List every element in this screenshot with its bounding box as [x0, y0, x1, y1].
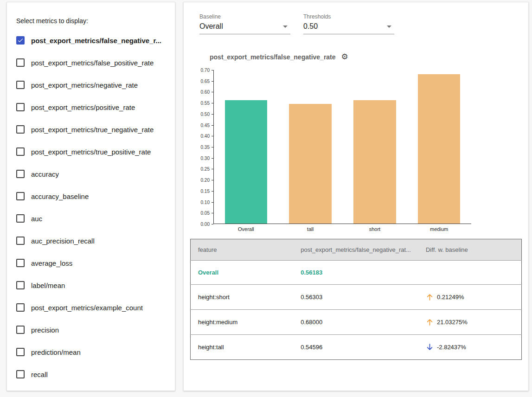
- metric-checkbox-item[interactable]: post_export_metrics/true_positive_rate: [16, 141, 166, 163]
- metric-checkbox-item[interactable]: post_export_metrics/example_count: [16, 296, 166, 319]
- table-header-feature: feature: [191, 239, 294, 261]
- metrics-list: post_export_metrics/false_negative_r...p…: [16, 29, 166, 385]
- baseline-value: Overall: [199, 22, 223, 31]
- metric-checkbox-item[interactable]: recall: [16, 363, 166, 385]
- chart-header: post_export_metrics/false_negative_rate …: [210, 53, 522, 61]
- checkbox-unchecked-icon[interactable]: [16, 303, 25, 312]
- x-axis-label: medium: [407, 226, 471, 232]
- value-cell: 0.68000: [293, 310, 418, 335]
- metric-label: prediction/mean: [31, 348, 81, 356]
- diff-cell: 21.03275%: [418, 310, 522, 335]
- bar-medium[interactable]: [418, 74, 461, 224]
- feature-cell: height:tall: [191, 335, 294, 360]
- metric-checkbox-item[interactable]: accuracy: [16, 163, 166, 185]
- y-tick-label: 0.10: [201, 200, 210, 205]
- checkbox-unchecked-icon[interactable]: [16, 281, 25, 289]
- bar-tall[interactable]: [289, 104, 332, 224]
- checkbox-unchecked-icon[interactable]: [16, 170, 25, 178]
- checkbox-unchecked-icon[interactable]: [16, 58, 25, 67]
- y-tick-label: 0.20: [201, 178, 210, 183]
- controls-row: Baseline Overall Thresholds 0.50: [199, 13, 522, 34]
- feature-cell: Overall: [191, 261, 294, 285]
- table-row[interactable]: height:tall0.54596-2.82437%: [191, 335, 522, 360]
- metric-label: recall: [31, 371, 48, 378]
- bar-overall[interactable]: [225, 100, 268, 224]
- x-axis-label: Overall: [214, 226, 278, 232]
- metric-checkbox-item[interactable]: post_export_metrics/true_negative_rate: [16, 118, 166, 141]
- metric-checkbox-item[interactable]: prediction/mean: [16, 341, 166, 363]
- metric-label: accuracy_baseline: [31, 192, 89, 200]
- y-tick-label: 0.70: [201, 68, 210, 73]
- metric-label: auc_precision_recall: [31, 237, 95, 245]
- checkbox-unchecked-icon[interactable]: [16, 348, 25, 356]
- y-tick-label: 0.65: [201, 79, 210, 84]
- metric-checkbox-item[interactable]: post_export_metrics/positive_rate: [16, 96, 166, 118]
- y-tick-label: 0.35: [201, 145, 210, 150]
- table-row[interactable]: height:medium0.6800021.03275%: [191, 310, 522, 335]
- metric-checkbox-item[interactable]: auc: [16, 207, 166, 230]
- metric-checkbox-item[interactable]: post_export_metrics/negative_rate: [16, 74, 166, 96]
- y-tick-label: 0.40: [201, 134, 210, 139]
- bar-chart: 0.000.050.100.150.200.250.300.350.400.45…: [197, 70, 522, 224]
- checkbox-unchecked-icon[interactable]: [16, 370, 25, 378]
- checkbox-unchecked-icon[interactable]: [16, 147, 25, 156]
- checkbox-unchecked-icon[interactable]: [16, 214, 25, 223]
- thresholds-value: 0.50: [303, 22, 318, 31]
- baseline-label: Baseline: [199, 13, 290, 20]
- checkbox-unchecked-icon[interactable]: [16, 103, 25, 111]
- table-row[interactable]: height:short0.563030.21249%: [191, 285, 522, 310]
- plot-area: Overalltallshortmedium: [213, 70, 471, 224]
- y-tick-label: 0.45: [201, 123, 210, 128]
- thresholds-dropdown[interactable]: Thresholds 0.50: [303, 13, 394, 34]
- table-header-metric: post_export_metrics/false_negative_rat..…: [293, 239, 418, 261]
- y-tick-label: 0.60: [201, 90, 210, 95]
- chevron-down-icon: [387, 26, 391, 28]
- y-tick-label: 0.00: [201, 222, 210, 227]
- results-panel: Baseline Overall Thresholds 0.50 post_ex…: [183, 2, 529, 391]
- bar-short[interactable]: [353, 100, 396, 224]
- diff-cell: -2.82437%: [418, 335, 522, 360]
- metric-checkbox-item[interactable]: post_export_metrics/false_positive_rate: [16, 51, 166, 74]
- diff-cell: [418, 261, 522, 285]
- metric-checkbox-item[interactable]: average_loss: [16, 252, 166, 274]
- table-header-diff: Diff. w. baseline: [418, 239, 522, 261]
- checkbox-unchecked-icon[interactable]: [16, 125, 25, 134]
- y-tick-label: 0.50: [201, 112, 210, 117]
- checkbox-unchecked-icon[interactable]: [16, 326, 25, 334]
- metric-checkbox-item[interactable]: accuracy_baseline: [16, 185, 166, 207]
- bar-group: tall: [278, 70, 343, 224]
- x-axis-label: short: [343, 226, 407, 232]
- table-row[interactable]: Overall0.56183: [191, 261, 522, 285]
- metrics-table: feature post_export_metrics/false_negati…: [190, 239, 522, 360]
- metric-label: post_export_metrics/false_negative_r...: [31, 37, 161, 45]
- gear-icon[interactable]: ⚙: [341, 53, 348, 61]
- up-arrow-icon: [426, 318, 434, 326]
- down-arrow-icon: [426, 343, 434, 351]
- x-axis-label: tall: [278, 226, 343, 232]
- metric-checkbox-item[interactable]: post_export_metrics/false_negative_r...: [16, 29, 166, 51]
- metric-label: post_export_metrics/true_negative_rate: [31, 126, 154, 134]
- metric-label: post_export_metrics/negative_rate: [31, 81, 138, 89]
- checkbox-unchecked-icon[interactable]: [16, 192, 25, 200]
- checkbox-unchecked-icon[interactable]: [16, 81, 25, 89]
- y-tick-label: 0.05: [201, 211, 210, 216]
- checkbox-unchecked-icon[interactable]: [16, 237, 25, 245]
- value-cell: 0.54596: [293, 335, 418, 360]
- value-cell: 0.56183: [293, 261, 418, 285]
- metric-checkbox-item[interactable]: precision: [16, 319, 166, 341]
- metrics-panel-title: Select metrics to display:: [16, 17, 166, 25]
- thresholds-label: Thresholds: [303, 13, 394, 20]
- metric-checkbox-item[interactable]: auc_precision_recall: [16, 230, 166, 252]
- y-tick-label: 0.25: [201, 166, 210, 172]
- baseline-dropdown[interactable]: Baseline Overall: [199, 13, 290, 34]
- metric-label: post_export_metrics/false_positive_rate: [31, 59, 154, 67]
- metric-label: post_export_metrics/true_positive_rate: [31, 148, 151, 156]
- metric-label: accuracy: [31, 170, 59, 178]
- chart-title: post_export_metrics/false_negative_rate: [210, 53, 336, 61]
- feature-cell: height:medium: [191, 310, 294, 335]
- metric-label: auc: [31, 215, 42, 223]
- metric-label: average_loss: [31, 259, 72, 267]
- checkbox-unchecked-icon[interactable]: [16, 259, 25, 267]
- metric-checkbox-item[interactable]: label/mean: [16, 274, 166, 296]
- checkbox-checked-icon[interactable]: [16, 36, 25, 45]
